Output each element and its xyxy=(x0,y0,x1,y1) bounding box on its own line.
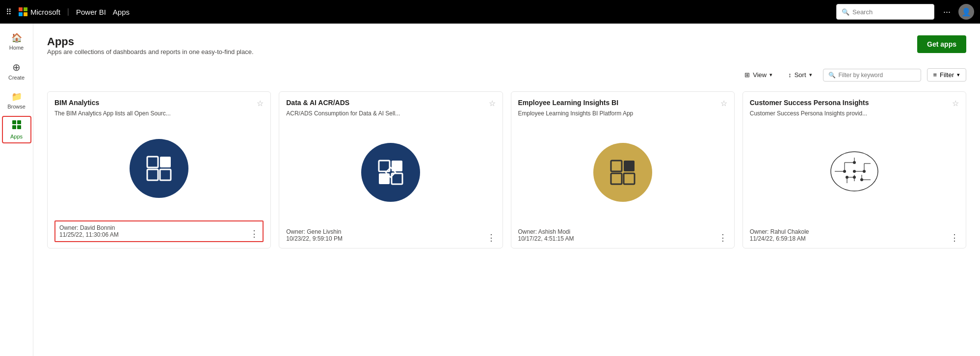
employee-more-button[interactable]: ⋮ xyxy=(718,233,727,242)
logo-green xyxy=(24,7,27,11)
sort-icon: ↕ xyxy=(788,71,792,79)
get-apps-button[interactable]: Get apps xyxy=(917,35,966,53)
filter-label: Filter xyxy=(940,71,954,79)
sidebar: 🏠 Home ⊕ Create 📁 Browse Apps xyxy=(0,24,33,356)
customer-subtitle: Customer Success Persona Insights provid… xyxy=(750,110,959,117)
card-header-bim: BIM Analytics ☆ xyxy=(54,99,264,108)
data-ai-circle-icon xyxy=(361,143,420,202)
sidebar-item-create[interactable]: ⊕ Create xyxy=(2,57,31,84)
employee-owner: Owner: Ashish Modi xyxy=(518,228,574,235)
avatar-icon: 👤 xyxy=(961,7,971,17)
bim-icon-area xyxy=(54,123,264,214)
browse-icon: 📁 xyxy=(11,91,22,102)
view-label: View xyxy=(753,71,767,79)
page-header: Apps Apps are collections of dashboards … xyxy=(47,35,966,65)
toolbar: ⊞ View ▾ ↕ Sort ▾ 🔍 ≡ Filter ▾ xyxy=(47,68,966,82)
employee-icon-area xyxy=(518,123,727,221)
employee-circle-icon xyxy=(593,143,652,202)
svg-rect-0 xyxy=(12,120,16,124)
data-ai-subtitle: ACR/ADS Consumption for Data & AI Sell..… xyxy=(286,110,495,117)
app-card-bim-analytics: BIM Analytics ☆ The BIM Analytics App li… xyxy=(47,91,271,248)
customer-owner-info: Owner: Rahul Chakole 11/24/22, 6:59:18 A… xyxy=(750,228,809,242)
search-input[interactable] xyxy=(852,8,921,16)
employee-footer-row: Owner: Ashish Modi 10/17/22, 4:51:15 AM … xyxy=(518,228,727,242)
sidebar-item-browse[interactable]: 📁 Browse xyxy=(2,86,31,114)
svg-rect-6 xyxy=(147,169,158,180)
search-icon: 🔍 xyxy=(842,8,849,16)
bim-owner: Owner: David Bonnin xyxy=(59,224,119,231)
filter-lines-icon: ≡ xyxy=(933,71,937,79)
circuit-brain-icon xyxy=(822,148,886,197)
nav-separator: | xyxy=(67,7,69,16)
employee-star-icon[interactable]: ☆ xyxy=(720,99,727,108)
logo-red xyxy=(19,7,23,11)
sort-button[interactable]: ↕ Sort ▾ xyxy=(783,68,817,82)
top-navigation: ⠿ Microsoft | Power BI Apps 🔍 ··· 👤 xyxy=(0,0,980,24)
employee-title: Employee Learning Insights BI xyxy=(518,99,717,107)
logo-yellow xyxy=(24,12,27,16)
sidebar-apps-label: Apps xyxy=(10,134,23,139)
app-layout: 🏠 Home ⊕ Create 📁 Browse Apps xyxy=(0,24,980,356)
create-icon: ⊕ xyxy=(12,61,21,73)
svg-rect-2 xyxy=(12,125,16,129)
sidebar-browse-label: Browse xyxy=(7,104,26,110)
view-chevron-icon: ▾ xyxy=(769,72,772,78)
sidebar-item-apps[interactable]: Apps xyxy=(2,116,31,143)
logo-blue xyxy=(19,12,23,16)
bim-more-button[interactable]: ⋮ xyxy=(250,229,259,238)
filter-text-input[interactable] xyxy=(839,72,907,79)
card-header-customer: Customer Success Persona Insights ☆ xyxy=(750,99,959,108)
svg-rect-13 xyxy=(611,161,622,171)
data-ai-footer-row: Owner: Gene Livshin 10/23/22, 9:59:10 PM… xyxy=(286,228,495,242)
customer-star-icon[interactable]: ☆ xyxy=(952,99,959,108)
app-card-data-ai: Data & AI ACR/ADS ☆ ACR/ADS Consumption … xyxy=(279,91,503,248)
filter-button[interactable]: ≡ Filter ▾ xyxy=(927,68,966,82)
customer-footer: Owner: Rahul Chakole 11/24/22, 6:59:18 A… xyxy=(750,228,959,242)
bim-footer: Owner: David Bonnin 11/25/22, 11:30:06 A… xyxy=(54,220,264,242)
sort-label: Sort xyxy=(795,71,806,79)
data-ai-more-button[interactable]: ⋮ xyxy=(487,233,496,242)
page-title-area: Apps Apps are collections of dashboards … xyxy=(47,35,254,65)
employee-footer: Owner: Ashish Modi 10/17/22, 4:51:15 AM … xyxy=(518,228,727,242)
customer-title: Customer Success Persona Insights xyxy=(750,99,949,107)
top-search-box[interactable]: 🔍 xyxy=(836,4,934,20)
svg-point-34 xyxy=(846,176,848,179)
bim-owner-info: Owner: David Bonnin 11/25/22, 11:30:06 A… xyxy=(59,224,119,238)
svg-point-32 xyxy=(863,170,866,173)
apps-icon xyxy=(12,120,22,132)
svg-point-33 xyxy=(853,161,856,164)
svg-rect-3 xyxy=(17,125,21,129)
data-ai-owner-info: Owner: Gene Livshin 10/23/22, 9:59:10 PM xyxy=(286,228,343,242)
employee-subtitle: Employee Learning Insights BI Platform A… xyxy=(518,110,727,117)
customer-more-button[interactable]: ⋮ xyxy=(950,233,959,242)
app-card-employee-learning: Employee Learning Insights BI ☆ Employee… xyxy=(511,91,735,248)
customer-footer-row: Owner: Rahul Chakole 11/24/22, 6:59:18 A… xyxy=(750,228,959,242)
user-avatar[interactable]: 👤 xyxy=(958,4,974,20)
sidebar-create-label: Create xyxy=(8,75,25,81)
app-card-customer-success: Customer Success Persona Insights ☆ Cust… xyxy=(742,91,966,248)
view-grid-icon: ⊞ xyxy=(744,71,750,79)
svg-rect-4 xyxy=(147,157,158,167)
svg-rect-7 xyxy=(160,169,171,180)
employee-date: 10/17/22, 4:51:15 AM xyxy=(518,235,574,242)
data-ai-star-icon[interactable]: ☆ xyxy=(489,99,496,108)
svg-rect-5 xyxy=(160,157,171,167)
page-title: Apps xyxy=(47,35,254,48)
home-icon: 🏠 xyxy=(11,32,22,43)
customer-owner: Owner: Rahul Chakole xyxy=(750,228,809,235)
svg-point-35 xyxy=(853,176,856,179)
bim-date: 11/25/22, 11:30:06 AM xyxy=(59,231,119,238)
microsoft-label: Microsoft xyxy=(30,8,60,16)
bim-circle-icon xyxy=(130,139,188,198)
svg-rect-16 xyxy=(624,173,635,184)
filter-search-icon: 🔍 xyxy=(828,72,836,79)
filter-keyword-input[interactable]: 🔍 xyxy=(823,69,921,82)
bim-star-icon[interactable]: ☆ xyxy=(257,99,264,108)
svg-rect-14 xyxy=(624,161,635,171)
more-options-button[interactable]: ··· xyxy=(943,7,951,17)
card-header-employee: Employee Learning Insights BI ☆ xyxy=(518,99,727,108)
view-button[interactable]: ⊞ View ▾ xyxy=(740,68,777,82)
sidebar-item-home[interactable]: 🏠 Home xyxy=(2,27,31,55)
grid-menu-icon[interactable]: ⠿ xyxy=(6,7,12,17)
bim-title: BIM Analytics xyxy=(54,99,254,107)
